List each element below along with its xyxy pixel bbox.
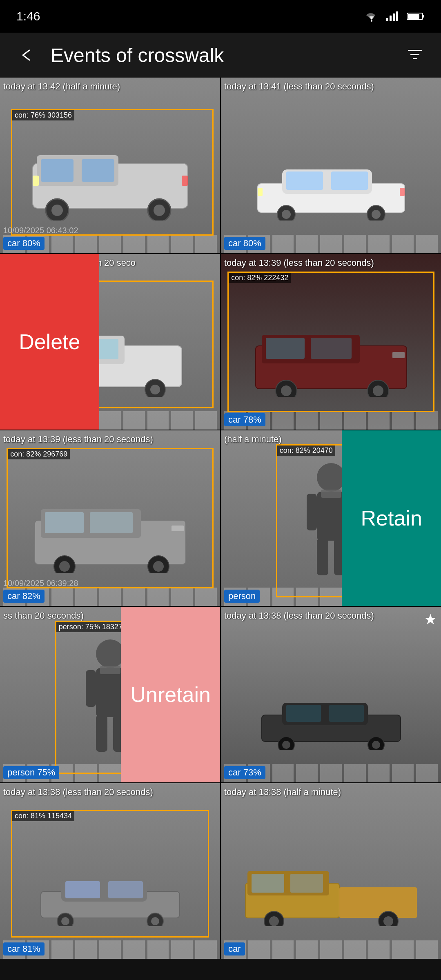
crosswalk-stripe	[75, 588, 97, 606]
svg-rect-90	[252, 874, 284, 893]
event-timestamp: today at 13:38 (half a minute)	[224, 786, 341, 798]
svg-point-38	[150, 385, 160, 394]
svg-point-18	[154, 205, 165, 216]
date-time-overlay: 10/09/2025 06:39:28	[3, 579, 78, 588]
crosswalk-stripe	[368, 764, 390, 782]
svg-rect-20	[182, 176, 188, 186]
svg-rect-81	[65, 881, 100, 898]
crosswalk-stripe	[344, 940, 366, 959]
event-cell-event-3[interactable]: Deletecon: 82% 227285today at 13:41 (les…	[0, 254, 220, 430]
svg-rect-50	[45, 512, 84, 533]
crosswalk-stripe	[344, 764, 366, 782]
crosswalk-stripe	[147, 411, 169, 430]
svg-rect-8	[408, 50, 422, 51]
event-cell-event-2[interactable]: today at 13:41 (less than 20 seconds)car…	[221, 78, 441, 253]
crosswalk-stripe	[272, 940, 294, 959]
crosswalk-stripe	[123, 235, 145, 253]
event-cell-event-6[interactable]: Retaincon: 82% 20470(half a minute)perso…	[221, 430, 441, 606]
crosswalk-stripe	[272, 411, 294, 430]
event-timestamp: today at 13:38 (less than 20 seconds)	[224, 610, 374, 622]
crosswalk-stripe	[368, 411, 390, 430]
crosswalk-stripe	[195, 235, 217, 253]
crosswalk-stripe	[296, 411, 318, 430]
svg-point-93	[269, 916, 279, 926]
crosswalk-stripe	[320, 411, 342, 430]
crosswalk-stripe	[296, 588, 318, 606]
crosswalk-stripe	[296, 235, 318, 253]
wifi-icon	[364, 11, 379, 22]
event-label: car 82%	[3, 590, 45, 603]
crosswalk-stripe	[123, 588, 145, 606]
svg-rect-42	[311, 338, 352, 359]
event-label: car	[224, 942, 245, 956]
app-bar: Events of crosswalk	[0, 33, 441, 78]
svg-point-78	[372, 741, 380, 749]
svg-rect-63	[321, 490, 341, 498]
event-timestamp: (half a minute)	[224, 434, 282, 445]
event-cell-event-9[interactable]: con: 81% 115434today at 13:38 (less than…	[0, 783, 220, 959]
svg-rect-88	[339, 887, 417, 918]
svg-point-76	[282, 741, 290, 749]
crosswalk-stripe	[272, 235, 294, 253]
svg-point-16	[51, 205, 63, 216]
event-timestamp: today at 13:42 (half a minute)	[3, 81, 120, 93]
event-label: car 80%	[3, 237, 45, 250]
svg-rect-29	[258, 188, 263, 196]
events-grid: con: 76% 303156today at 13:42 (half a mi…	[0, 78, 441, 959]
svg-point-53	[59, 561, 70, 572]
svg-rect-56	[172, 526, 184, 531]
swipe-delete-action[interactable]: Delete	[0, 254, 99, 430]
crosswalk-stripe	[320, 235, 342, 253]
event-cell-event-7[interactable]: Unretainperson: 75% 18327ss than 20 seco…	[0, 607, 220, 782]
svg-rect-1	[386, 18, 388, 21]
crosswalk-stripe	[392, 235, 414, 253]
svg-point-95	[383, 916, 393, 926]
svg-point-0	[371, 20, 372, 22]
back-icon	[18, 47, 34, 63]
crosswalk-stripe	[171, 588, 193, 606]
svg-rect-19	[33, 176, 39, 186]
crosswalk-stripe	[51, 235, 73, 253]
svg-rect-3	[393, 13, 395, 21]
svg-rect-66	[86, 670, 96, 707]
svg-rect-70	[100, 666, 120, 674]
svg-rect-14	[82, 159, 114, 182]
swipe-unretain-action[interactable]: Unretain	[121, 607, 220, 782]
svg-rect-30	[400, 188, 405, 196]
status-time: 1:46	[16, 9, 40, 23]
event-cell-event-1[interactable]: con: 76% 303156today at 13:42 (half a mi…	[0, 78, 220, 253]
event-cell-event-4[interactable]: con: 82% 222432today at 13:39 (less than…	[221, 254, 441, 430]
crosswalk-stripe	[123, 411, 145, 430]
svg-rect-4	[396, 11, 398, 21]
svg-point-84	[61, 917, 69, 925]
event-label: car 78%	[224, 413, 265, 426]
svg-rect-7	[408, 14, 419, 19]
event-label: car 73%	[224, 766, 265, 779]
swipe-retain-action[interactable]: Retain	[342, 430, 441, 606]
event-timestamp: today at 13:39 (less than 20 seconds)	[224, 257, 374, 269]
status-bar: 1:46	[0, 0, 441, 33]
filter-button[interactable]	[400, 40, 430, 70]
svg-point-57	[317, 463, 345, 492]
battery-icon	[407, 11, 425, 21]
status-bar-left: 1:46	[16, 9, 40, 23]
crosswalk-stripe	[75, 940, 97, 959]
event-timestamp: today at 13:38 (less than 20 seconds)	[3, 786, 153, 798]
svg-rect-58	[317, 492, 345, 541]
svg-point-64	[96, 639, 125, 668]
event-cell-event-10[interactable]: today at 13:38 (half a minute)car	[221, 783, 441, 959]
crosswalk-stripe	[99, 235, 121, 253]
crosswalk	[221, 930, 441, 959]
crosswalk-stripe	[320, 588, 342, 606]
crosswalk-stripe	[99, 411, 121, 430]
crosswalk-stripe	[416, 764, 438, 782]
date-time-overlay: 10/09/2025 06:43:02	[3, 226, 78, 235]
crosswalk-stripe	[99, 588, 121, 606]
back-button[interactable]	[11, 40, 41, 70]
svg-rect-6	[423, 15, 424, 18]
crosswalk-stripe	[416, 940, 438, 959]
event-cell-event-5[interactable]: con: 82% 296769today at 13:39 (less than…	[0, 430, 220, 606]
svg-rect-9	[410, 54, 419, 55]
event-cell-event-8[interactable]: today at 13:38 (less than 20 seconds)car…	[221, 607, 441, 782]
crosswalk-stripe	[272, 588, 294, 606]
